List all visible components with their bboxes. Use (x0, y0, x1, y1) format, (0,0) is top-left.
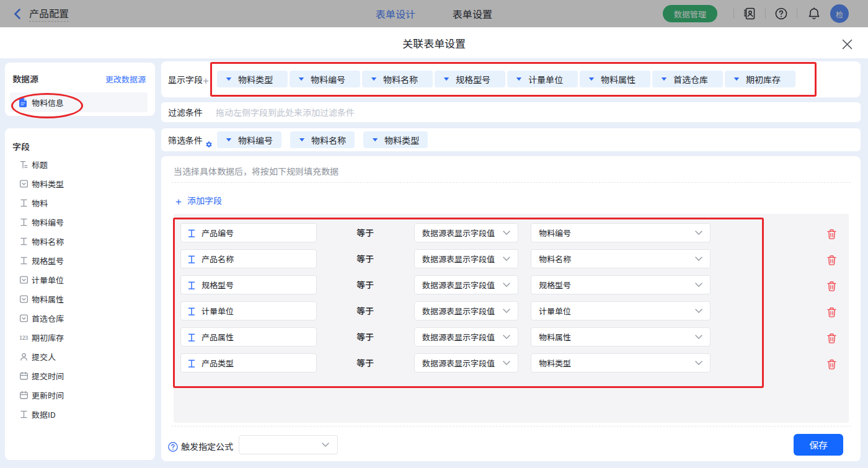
source-field-value: 物料类型 (539, 357, 571, 369)
target-field-input[interactable]: 规格型号 (180, 275, 317, 294)
text-field-icon-wrap (188, 278, 195, 293)
target-field-value: 产品名称 (202, 253, 234, 265)
text-field-icon (188, 281, 195, 289)
source-type-select[interactable]: 数据源表显示字段值 (414, 275, 518, 294)
screening-settings-button[interactable] (205, 136, 213, 151)
date-icon (20, 372, 28, 380)
formula-help-icon (168, 442, 178, 452)
filter-condition-panel: 过滤条件 拖动左侧字段到此处来添加过滤条件 (161, 102, 861, 122)
close-icon (842, 39, 852, 50)
formula-help-icon-wrap[interactable] (168, 440, 178, 450)
source-type-select[interactable]: 数据源表显示字段值 (414, 327, 518, 347)
source-field-select[interactable]: 物料名称 (531, 249, 711, 268)
delete-rule-button[interactable] (827, 358, 836, 368)
target-field-input[interactable]: 产品属性 (180, 327, 317, 347)
tag-label: 物料编号 (238, 134, 273, 146)
target-field-value: 规格型号 (202, 279, 234, 291)
chevron-down-icon (503, 231, 510, 235)
tag-label: 物料类型 (238, 73, 273, 86)
delete-icon (827, 333, 836, 343)
source-type-select[interactable]: 数据源表显示字段值 (414, 249, 518, 268)
date-icon (20, 391, 28, 399)
source-field-select[interactable]: 规格型号 (531, 275, 711, 294)
field-item[interactable]: 标题 (0, 155, 150, 174)
field-item[interactable]: 物料 (0, 193, 150, 213)
text-field-icon (188, 307, 195, 316)
operator-label: 等于 (356, 304, 374, 317)
delete-rule-button[interactable] (827, 280, 836, 289)
screen: 产品配置 表单设计 表单设置 数据管理 检 关联表单设置 数据源 更改数据源 物… (0, 0, 868, 468)
field-item[interactable]: 物料类型 (0, 174, 150, 193)
source-field-select[interactable]: 物料属性 (531, 327, 711, 347)
screening-field-tag[interactable]: 物料编号 (217, 131, 281, 148)
filter-condition-placeholder[interactable]: 拖动左侧字段到此处来添加过滤条件 (216, 106, 355, 118)
text-field-icon-wrap (188, 226, 195, 241)
date-icon-wrap (19, 391, 28, 399)
title-icon (20, 161, 28, 169)
filter-condition-label: 过滤条件 (168, 106, 203, 118)
gear-icon (205, 141, 213, 148)
modal-dim-overlay (0, 0, 868, 27)
caret-down-icon (443, 77, 450, 81)
datasource-title: 数据源 (12, 73, 38, 85)
caret-down-icon (299, 138, 305, 142)
field-item[interactable]: 数据ID (0, 405, 150, 424)
delete-rule-button[interactable] (827, 227, 836, 237)
display-field-tag[interactable]: 物料类型 (217, 71, 288, 87)
display-field-tag[interactable]: 物料名称 (362, 71, 433, 87)
display-field-tag[interactable]: 物料属性 (580, 71, 650, 87)
delete-rule-button[interactable] (827, 254, 836, 263)
fields-title: 字段 (12, 140, 30, 152)
source-field-select[interactable]: 物料编号 (531, 223, 711, 242)
display-field-tag[interactable]: 首选仓库 (652, 71, 723, 87)
delete-rule-button[interactable] (827, 332, 836, 342)
display-fields-panel: 显示字段 + 物料类型 物料编号 物料名称 规格型号 计量单位 物料属性 首选仓… (161, 61, 861, 97)
source-field-select[interactable]: 计量单位 (531, 301, 711, 320)
display-field-tag[interactable]: 计量单位 (507, 71, 578, 87)
tag-label: 物料名称 (383, 73, 418, 86)
change-datasource-link[interactable]: 更改数据源 (105, 73, 146, 85)
add-display-field-button[interactable]: + (203, 72, 209, 87)
target-field-input[interactable]: 计量单位 (180, 301, 317, 320)
screening-condition-label: 筛选条件 (168, 134, 203, 146)
text-field-icon (188, 255, 195, 263)
delete-icon (827, 360, 836, 369)
display-field-tag[interactable]: 规格型号 (435, 71, 505, 87)
operator-label: 等于 (356, 226, 374, 239)
caret-down-icon (372, 138, 378, 142)
screening-field-tag[interactable]: 物料名称 (290, 131, 355, 148)
fill-rules-hint: 当选择具体数据后，将按如下规则填充数据 (174, 165, 339, 177)
chevron-down-icon (695, 283, 702, 287)
source-type-select[interactable]: 数据源表显示字段值 (414, 301, 518, 320)
add-field-button[interactable]: + 添加字段 (175, 194, 222, 206)
display-field-tag[interactable]: 期初库存 (725, 71, 795, 87)
target-field-value: 产品类型 (202, 357, 234, 369)
target-field-input[interactable]: 产品编号 (180, 223, 317, 242)
formula-select[interactable] (239, 435, 338, 454)
chevron-down-icon (695, 257, 702, 261)
top-navigation-bar: 产品配置 表单设计 表单设置 数据管理 检 (0, 0, 868, 27)
datasource-item[interactable]: 物料信息 (10, 92, 148, 112)
close-button[interactable] (842, 38, 852, 48)
delete-rule-button[interactable] (827, 306, 836, 316)
tag-label: 物料属性 (601, 73, 636, 86)
screening-field-tag[interactable]: 物料类型 (363, 131, 428, 148)
date-icon-wrap (19, 372, 28, 380)
operator-label: 等于 (356, 278, 374, 291)
source-type-select[interactable]: 数据源表显示字段值 (414, 223, 518, 242)
target-field-input[interactable]: 产品类型 (180, 353, 317, 373)
text-field-icon-wrap (188, 356, 195, 371)
source-type-select[interactable]: 数据源表显示字段值 (414, 353, 518, 373)
screening-condition-tags: 物料编号 物料名称 物料类型 (217, 131, 428, 148)
field-item-label: 物料类型 (32, 178, 64, 190)
chevron-down-icon (695, 335, 702, 339)
target-field-input[interactable]: 产品名称 (180, 249, 317, 268)
text-field-icon (188, 360, 195, 368)
display-field-tag[interactable]: 物料编号 (290, 71, 360, 87)
target-field-value: 产品属性 (202, 331, 234, 343)
source-type-value: 数据源表显示字段值 (422, 331, 495, 343)
field-item[interactable]: 更新时间 (0, 386, 150, 405)
title-icon-wrap (19, 161, 28, 169)
save-button[interactable]: 保存 (794, 434, 843, 456)
source-field-select[interactable]: 物料类型 (531, 353, 711, 373)
